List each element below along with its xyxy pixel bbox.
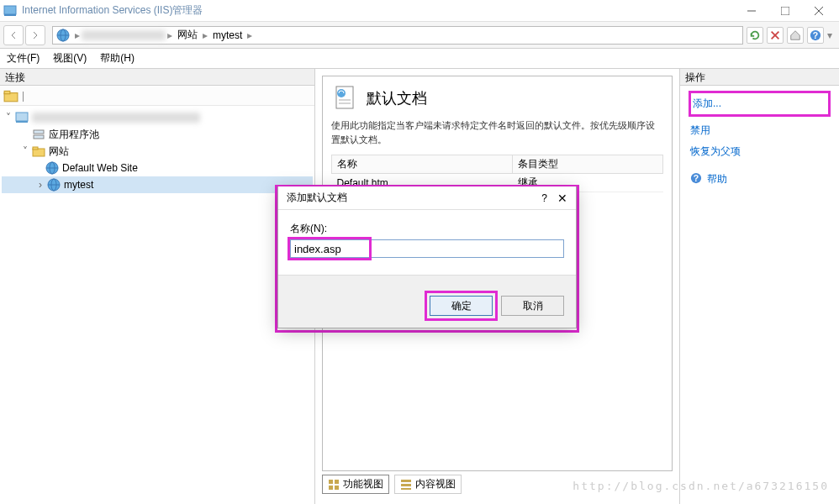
tab-content-label: 内容视图 xyxy=(415,477,456,491)
tree-default-site[interactable]: Default Web Site xyxy=(2,160,313,176)
svg-text:?: ? xyxy=(813,29,818,39)
connections-toolbar: | xyxy=(0,86,314,106)
svg-rect-31 xyxy=(329,480,333,484)
globe-icon xyxy=(56,29,70,42)
svg-rect-14 xyxy=(4,91,10,93)
view-tabs: 功能视图 内容视图 xyxy=(322,471,673,497)
close-button[interactable] xyxy=(802,2,836,20)
help-icon: ? xyxy=(690,172,702,186)
action-revert[interactable]: 恢复为父项 xyxy=(689,141,831,162)
action-revert-label: 恢复为父项 xyxy=(690,144,741,159)
svg-rect-16 xyxy=(16,121,28,123)
dialog-titlebar: 添加默认文档 ? ✕ xyxy=(278,186,576,210)
tree-root[interactable]: ˅ xyxy=(2,109,313,126)
back-button[interactable] xyxy=(3,25,24,45)
content-view-icon xyxy=(400,479,412,491)
svg-rect-1 xyxy=(4,14,16,16)
column-name[interactable]: 名称 xyxy=(332,155,513,174)
breadcrumb-mytest[interactable]: mytest xyxy=(209,29,245,41)
svg-rect-32 xyxy=(335,480,339,484)
svg-rect-3 xyxy=(781,7,789,15)
dialog-title: 添加默认文档 xyxy=(287,191,541,205)
name-input[interactable] xyxy=(290,239,564,258)
action-help-label: 帮助 xyxy=(707,172,727,186)
globe-icon xyxy=(47,178,61,192)
maximize-button[interactable] xyxy=(768,2,802,20)
svg-rect-18 xyxy=(34,135,44,139)
svg-rect-36 xyxy=(401,484,411,486)
svg-rect-33 xyxy=(329,486,333,490)
tab-content-view[interactable]: 内容视图 xyxy=(394,475,462,494)
actions-header: 操作 xyxy=(680,69,839,86)
globe-icon xyxy=(45,161,59,175)
menu-file[interactable]: 文件(F) xyxy=(7,51,40,66)
menubar: 文件(F) 视图(V) 帮助(H) xyxy=(0,49,839,69)
breadcrumb-sites[interactable]: 网站 xyxy=(174,28,201,42)
window-titlebar: Internet Information Services (IIS)管理器 xyxy=(0,0,839,22)
default-doc-icon xyxy=(331,85,358,112)
tree-app-pools-label: 应用程序池 xyxy=(49,128,99,142)
stop-icon[interactable] xyxy=(767,27,784,44)
svg-rect-34 xyxy=(335,486,339,490)
action-add[interactable]: 添加... xyxy=(689,91,831,117)
svg-rect-15 xyxy=(16,113,28,121)
minimize-button[interactable] xyxy=(735,2,768,20)
tree-sites-label: 网站 xyxy=(49,144,69,159)
svg-rect-27 xyxy=(336,87,353,108)
tree-default-site-label: Default Web Site xyxy=(62,162,138,174)
svg-text:?: ? xyxy=(694,173,699,183)
features-view-icon xyxy=(328,479,340,491)
svg-rect-17 xyxy=(34,130,44,134)
svg-rect-20 xyxy=(33,147,38,150)
tab-features-view[interactable]: 功能视图 xyxy=(322,475,389,494)
action-help[interactable]: ? 帮助 xyxy=(689,169,831,190)
help-icon[interactable]: ? xyxy=(807,27,824,44)
breadcrumb[interactable]: ▸ ▸ 网站 ▸ mytest ▸ xyxy=(52,26,743,45)
forward-button[interactable] xyxy=(25,25,45,45)
folder-icon xyxy=(32,144,45,158)
action-disable-label: 禁用 xyxy=(690,123,710,138)
menu-help[interactable]: 帮助(H) xyxy=(100,51,135,66)
menu-view[interactable]: 视图(V) xyxy=(53,51,87,66)
tree-mytest[interactable]: › mytest xyxy=(2,176,313,193)
tree-mytest-label: mytest xyxy=(64,179,93,191)
expander-icon[interactable]: › xyxy=(35,180,45,190)
cancel-button[interactable]: 取消 xyxy=(501,296,564,316)
name-field-label: 名称(N): xyxy=(290,222,564,236)
svg-rect-35 xyxy=(401,480,411,482)
connections-panel: 连接 | ˅ 应用程序池 ˅ 网站 Default Web Site xyxy=(0,69,315,504)
tab-features-label: 功能视图 xyxy=(343,477,383,491)
action-disable[interactable]: 禁用 xyxy=(689,120,831,141)
tree-app-pools[interactable]: 应用程序池 xyxy=(2,126,313,143)
svg-rect-0 xyxy=(4,6,16,14)
actions-panel: 操作 添加... 禁用 恢复为父项 ? 帮助 xyxy=(679,69,839,504)
app-pool-icon xyxy=(32,128,45,141)
connections-header: 连接 xyxy=(0,69,314,86)
ok-button[interactable]: 确定 xyxy=(430,296,493,316)
tree-sites[interactable]: ˅ 网站 xyxy=(2,143,313,160)
dialog-close-button[interactable]: ✕ xyxy=(557,192,567,205)
window-title: Internet Information Services (IIS)管理器 xyxy=(22,3,735,18)
refresh-icon[interactable] xyxy=(747,27,763,44)
iis-icon xyxy=(3,4,17,18)
page-title: 默认文档 xyxy=(367,88,427,108)
dialog-help-button[interactable]: ? xyxy=(541,192,547,204)
server-icon xyxy=(15,111,29,124)
add-default-document-dialog: 添加默认文档 ? ✕ 名称(N): 确定 取消 xyxy=(277,186,577,328)
folder-icon[interactable] xyxy=(3,88,18,103)
home-icon[interactable] xyxy=(787,27,804,44)
server-name-blurred xyxy=(82,30,166,40)
column-type[interactable]: 条目类型 xyxy=(513,155,663,174)
expander-icon[interactable]: ˅ xyxy=(20,146,30,156)
navigation-bar: ▸ ▸ 网站 ▸ mytest ▸ ? ▾ xyxy=(0,22,839,49)
svg-rect-37 xyxy=(401,488,411,490)
page-description: 使用此功能指定当客户端未请求特定文件名时返回的默认文件。按优先级顺序设置默认文档… xyxy=(331,118,663,146)
action-add-label: 添加... xyxy=(693,97,721,111)
connections-tree: ˅ 应用程序池 ˅ 网站 Default Web Site › mytest xyxy=(0,106,314,504)
server-name-blurred xyxy=(32,113,200,123)
expander-icon[interactable]: ˅ xyxy=(3,113,13,123)
